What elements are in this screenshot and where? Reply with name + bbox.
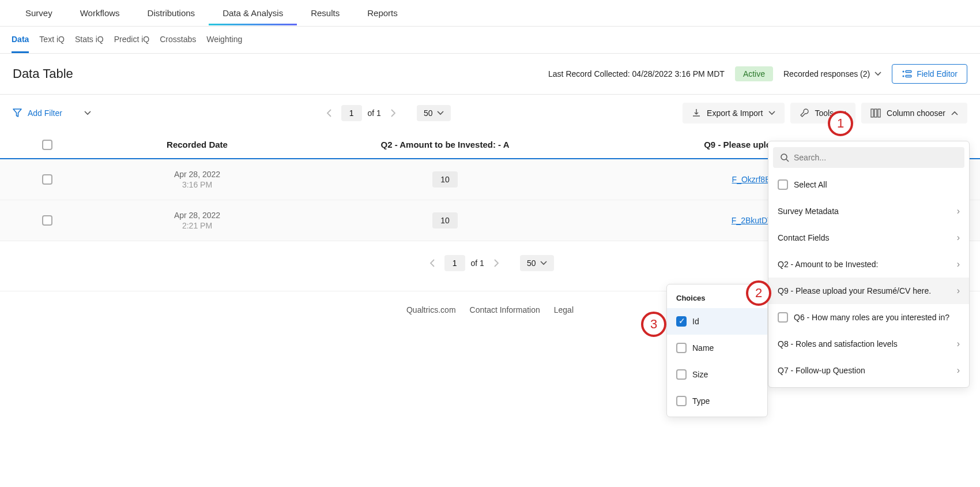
- column-chooser-panel: Select All Survey Metadata › Contact Fie…: [768, 141, 970, 328]
- row-checkbox[interactable]: [42, 215, 52, 226]
- column-chooser-button[interactable]: Column chooser: [861, 103, 967, 123]
- page-size-value: 50: [527, 259, 536, 268]
- row-date: Apr 28, 2022: [82, 170, 312, 179]
- column-chooser-search-input[interactable]: [794, 153, 958, 162]
- column-chooser-label: Column chooser: [887, 108, 945, 118]
- recorded-responses-dropdown[interactable]: Recorded responses (2): [783, 69, 881, 78]
- chevron-right-icon: ›: [957, 233, 960, 243]
- row-time: 2:21 PM: [82, 221, 312, 230]
- column-chooser-select-all[interactable]: Select All: [768, 171, 969, 198]
- export-import-label: Export & Import: [707, 108, 763, 118]
- sub-tabs: Data Text iQ Stats iQ Predict iQ Crossta…: [0, 27, 980, 54]
- annotation-1: 1: [828, 111, 853, 136]
- field-editor-button[interactable]: Field Editor: [892, 64, 967, 84]
- page-next-button[interactable]: [490, 256, 503, 271]
- chevron-down-icon: [768, 111, 775, 115]
- chevron-right-icon: ›: [957, 259, 960, 269]
- header-bar: Data Table Last Record Collected: 04/28/…: [0, 54, 980, 95]
- q6-checkbox[interactable]: [778, 312, 788, 323]
- cc-item-label: Q9 - Please upload your Resumé/CV here.: [778, 286, 931, 295]
- svg-point-0: [903, 71, 904, 73]
- page-prev-button[interactable]: [323, 106, 336, 121]
- footer-qualtrics-link[interactable]: Qualtrics.com: [406, 305, 456, 314]
- footer-contact-link[interactable]: Contact Information: [470, 305, 540, 314]
- chevron-up-icon: [951, 111, 958, 115]
- wrench-icon: [800, 108, 809, 118]
- column-q2[interactable]: Q2 - Amount to be Invested: - A: [312, 140, 578, 150]
- row-q2-value: 10: [432, 212, 458, 228]
- chevron-down-icon: [84, 111, 91, 115]
- svg-rect-6: [878, 109, 880, 117]
- cc-item-label: Survey Metadata: [778, 207, 839, 216]
- choice-label: Id: [692, 317, 699, 326]
- svg-rect-3: [906, 76, 911, 77]
- chevron-down-icon: [875, 72, 881, 76]
- page-next-button[interactable]: [387, 106, 399, 121]
- page-number-input[interactable]: [341, 105, 362, 121]
- page-size-dropdown[interactable]: 50: [520, 255, 555, 271]
- page-of-label: of 1: [368, 108, 381, 118]
- svg-rect-2: [906, 71, 911, 73]
- subtab-stats-iq[interactable]: Stats iQ: [75, 35, 104, 47]
- tab-reports[interactable]: Reports: [353, 1, 412, 25]
- cc-item-label: Q6 - How many roles are you interested i…: [794, 313, 949, 322]
- last-record-text: Last Record Collected: 04/28/2022 3:16 P…: [548, 69, 725, 78]
- subtab-data[interactable]: Data: [12, 35, 29, 47]
- download-icon: [692, 108, 701, 118]
- select-all-checkbox[interactable]: [42, 140, 52, 150]
- page-title: Data Table: [13, 66, 73, 81]
- field-editor-label: Field Editor: [917, 69, 958, 78]
- cc-item-label: Contact Fields: [778, 233, 829, 242]
- subtab-crosstabs[interactable]: Crosstabs: [160, 35, 196, 47]
- chevron-down-icon: [540, 261, 547, 265]
- columns-icon: [870, 108, 881, 118]
- add-filter-label: Add Filter: [28, 108, 62, 118]
- column-chooser-item-q9[interactable]: Q9 - Please upload your Resumé/CV here. …: [768, 278, 969, 304]
- row-checkbox[interactable]: [42, 174, 52, 185]
- page-number-input[interactable]: [444, 255, 465, 271]
- pagination-top: of 1 50: [323, 105, 451, 121]
- row-time: 3:16 PM: [82, 180, 312, 189]
- chevron-right-icon: ›: [957, 206, 960, 216]
- recorded-responses-label: Recorded responses (2): [783, 69, 870, 78]
- column-chooser-item-survey-metadata[interactable]: Survey Metadata ›: [768, 198, 969, 224]
- svg-rect-4: [871, 109, 873, 117]
- choice-item-id[interactable]: Id: [667, 308, 767, 328]
- row-q2-value: 10: [432, 171, 458, 188]
- page-prev-button[interactable]: [426, 256, 439, 271]
- main-tabs: Survey Workflows Distributions Data & An…: [0, 0, 980, 27]
- search-icon: [780, 153, 789, 162]
- column-recorded-date[interactable]: Recorded Date: [82, 140, 312, 150]
- chevron-right-icon: ›: [957, 286, 960, 296]
- subtab-text-iq[interactable]: Text iQ: [39, 35, 65, 47]
- column-chooser-item-q6[interactable]: Q6 - How many roles are you interested i…: [768, 304, 969, 328]
- footer-legal-link[interactable]: Legal: [554, 305, 574, 314]
- svg-rect-5: [875, 109, 877, 117]
- status-badge: Active: [735, 66, 773, 81]
- select-all-checkbox[interactable]: [778, 179, 788, 190]
- page-size-value: 50: [424, 108, 433, 118]
- choice-id-checkbox[interactable]: [676, 316, 687, 327]
- page-size-dropdown[interactable]: 50: [417, 105, 451, 121]
- column-chooser-item-q2[interactable]: Q2 - Amount to be Invested: ›: [768, 251, 969, 278]
- subtab-weighting[interactable]: Weighting: [206, 35, 242, 47]
- tab-workflows[interactable]: Workflows: [66, 1, 134, 25]
- select-all-label: Select All: [794, 180, 827, 189]
- field-editor-icon: [902, 70, 912, 78]
- export-import-button[interactable]: Export & Import: [683, 103, 785, 123]
- filter-icon: [13, 108, 22, 118]
- tab-data-analysis[interactable]: Data & Analysis: [209, 1, 297, 25]
- tab-survey[interactable]: Survey: [12, 1, 66, 25]
- cc-item-label: Q2 - Amount to be Invested:: [778, 260, 878, 269]
- chevron-down-icon: [437, 111, 444, 115]
- svg-point-7: [781, 154, 787, 160]
- page-of-label: of 1: [471, 259, 484, 268]
- annotation-2: 2: [746, 280, 771, 306]
- column-chooser-search[interactable]: [773, 147, 964, 168]
- add-filter-button[interactable]: Add Filter: [13, 108, 91, 118]
- subtab-predict-iq[interactable]: Predict iQ: [114, 35, 149, 47]
- row-date: Apr 28, 2022: [82, 211, 312, 220]
- column-chooser-item-contact-fields[interactable]: Contact Fields ›: [768, 224, 969, 251]
- tab-distributions[interactable]: Distributions: [134, 1, 209, 25]
- tab-results[interactable]: Results: [297, 1, 353, 25]
